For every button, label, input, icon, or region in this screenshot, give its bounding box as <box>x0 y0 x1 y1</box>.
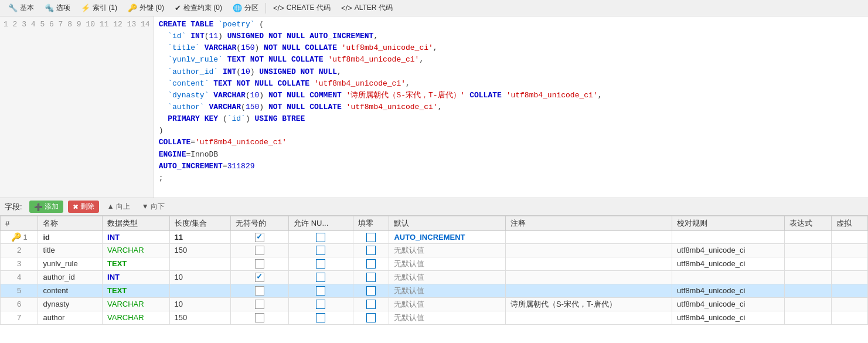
field-comment[interactable] <box>505 231 672 244</box>
field-name[interactable]: author <box>38 311 103 324</box>
allow-null-checkbox[interactable] <box>316 313 325 322</box>
field-expression[interactable] <box>784 257 831 270</box>
field-default[interactable]: 无默认值 <box>389 311 506 324</box>
field-unsigned[interactable] <box>230 243 288 257</box>
field-collation[interactable]: utf8mb4_unicode_ci <box>672 284 784 297</box>
delete-field-button[interactable]: ✖ 删除 <box>68 201 99 213</box>
field-unsigned[interactable] <box>230 311 288 324</box>
field-default[interactable]: 无默认值 <box>389 243 506 257</box>
field-virtual[interactable] <box>832 297 868 311</box>
field-allow-null[interactable] <box>289 311 353 324</box>
field-length[interactable]: 10 <box>169 270 230 284</box>
field-length[interactable] <box>169 257 230 270</box>
table-row[interactable]: 5contentTEXT无默认值utf8mb4_unicode_ci <box>1 284 868 297</box>
field-fill-zero[interactable] <box>353 311 389 324</box>
field-expression[interactable] <box>784 270 831 284</box>
table-row[interactable]: 6dynastyVARCHAR10无默认值诗所属朝代（S-宋代，T-唐代）utf… <box>1 297 868 311</box>
tab-foreign-keys[interactable]: 🔑 外键 (0) <box>123 2 169 14</box>
field-name[interactable]: content <box>38 284 103 297</box>
field-allow-null[interactable] <box>289 270 353 284</box>
field-expression[interactable] <box>784 284 831 297</box>
fill-zero-checkbox[interactable] <box>366 233 376 242</box>
tab-check-constraints[interactable]: ✔ 检查约束 (0) <box>170 2 227 14</box>
unsigned-checkbox[interactable] <box>255 300 264 309</box>
field-unsigned[interactable] <box>230 297 288 311</box>
field-fill-zero[interactable] <box>353 297 389 311</box>
field-virtual[interactable] <box>832 231 868 244</box>
tab-create-code[interactable]: </> CREATE 代码 <box>268 2 335 14</box>
unsigned-checkbox[interactable] <box>255 273 264 282</box>
field-fill-zero[interactable] <box>353 243 389 257</box>
field-type[interactable]: VARCHAR <box>103 243 169 257</box>
field-default[interactable]: 无默认值 <box>389 297 506 311</box>
field-collation[interactable] <box>672 231 784 244</box>
fill-zero-checkbox[interactable] <box>366 246 376 255</box>
field-comment[interactable] <box>505 270 672 284</box>
field-fill-zero[interactable] <box>353 270 389 284</box>
field-virtual[interactable] <box>832 311 868 324</box>
unsigned-checkbox[interactable] <box>255 313 264 322</box>
field-comment[interactable] <box>505 257 672 270</box>
field-name[interactable]: id <box>38 231 103 244</box>
field-type[interactable]: VARCHAR <box>103 297 169 311</box>
field-collation[interactable] <box>672 270 784 284</box>
field-unsigned[interactable] <box>230 270 288 284</box>
field-type[interactable]: INT <box>103 231 169 244</box>
field-comment[interactable] <box>505 284 672 297</box>
field-comment[interactable] <box>505 311 672 324</box>
field-allow-null[interactable] <box>289 284 353 297</box>
field-expression[interactable] <box>784 231 831 244</box>
field-comment[interactable] <box>505 243 672 257</box>
table-row[interactable]: 3yunlv_ruleTEXT无默认值utf8mb4_unicode_ci <box>1 257 868 270</box>
field-unsigned[interactable] <box>230 257 288 270</box>
unsigned-checkbox[interactable] <box>255 286 264 296</box>
field-default[interactable]: 无默认值 <box>389 284 506 297</box>
field-virtual[interactable] <box>832 284 868 297</box>
table-row[interactable]: 4author_idINT10无默认值 <box>1 270 868 284</box>
unsigned-checkbox[interactable] <box>255 233 264 242</box>
field-collation[interactable]: utf8mb4_unicode_ci <box>672 311 784 324</box>
field-name[interactable]: yunlv_rule <box>38 257 103 270</box>
field-unsigned[interactable] <box>230 231 288 244</box>
field-collation[interactable]: utf8mb4_unicode_ci <box>672 257 784 270</box>
field-allow-null[interactable] <box>289 257 353 270</box>
field-unsigned[interactable] <box>230 284 288 297</box>
field-type[interactable]: TEXT <box>103 257 169 270</box>
allow-null-checkbox[interactable] <box>316 286 325 296</box>
field-allow-null[interactable] <box>289 297 353 311</box>
field-allow-null[interactable] <box>289 231 353 244</box>
fill-zero-checkbox[interactable] <box>366 300 376 309</box>
unsigned-checkbox[interactable] <box>255 259 264 269</box>
allow-null-checkbox[interactable] <box>316 233 325 242</box>
tab-options[interactable]: 🔩 选项 <box>40 2 75 14</box>
table-row[interactable]: 2titleVARCHAR150无默认值utf8mb4_unicode_ci <box>1 243 868 257</box>
move-up-button[interactable]: ▲ 向上 <box>104 201 134 213</box>
tab-alter-code[interactable]: </> ALTER 代码 <box>336 2 397 14</box>
field-fill-zero[interactable] <box>353 231 389 244</box>
field-default[interactable]: AUTO_INCREMENT <box>389 231 506 244</box>
allow-null-checkbox[interactable] <box>316 246 325 255</box>
field-type[interactable]: INT <box>103 270 169 284</box>
field-expression[interactable] <box>784 297 831 311</box>
field-virtual[interactable] <box>832 243 868 257</box>
field-type[interactable]: TEXT <box>103 284 169 297</box>
field-type[interactable]: VARCHAR <box>103 311 169 324</box>
tab-basic[interactable]: 🔧 基本 <box>4 2 39 14</box>
add-field-button[interactable]: ➕ 添加 <box>29 201 63 213</box>
field-collation[interactable]: utf8mb4_unicode_ci <box>672 297 784 311</box>
field-fill-zero[interactable] <box>353 284 389 297</box>
field-length[interactable]: 11 <box>169 231 230 244</box>
field-length[interactable]: 10 <box>169 297 230 311</box>
field-virtual[interactable] <box>832 257 868 270</box>
field-length[interactable]: 150 <box>169 243 230 257</box>
field-name[interactable]: title <box>38 243 103 257</box>
field-name[interactable]: author_id <box>38 270 103 284</box>
table-row[interactable]: 7authorVARCHAR150无默认值utf8mb4_unicode_ci <box>1 311 868 324</box>
tab-partitions[interactable]: 🌐 分区 <box>228 2 263 14</box>
fill-zero-checkbox[interactable] <box>366 313 376 322</box>
unsigned-checkbox[interactable] <box>255 246 264 255</box>
code-content[interactable]: CREATE TABLE `poetry` ( `id` INT(11) UNS… <box>154 16 868 198</box>
field-name[interactable]: dynasty <box>38 297 103 311</box>
field-virtual[interactable] <box>832 270 868 284</box>
fill-zero-checkbox[interactable] <box>366 286 376 296</box>
